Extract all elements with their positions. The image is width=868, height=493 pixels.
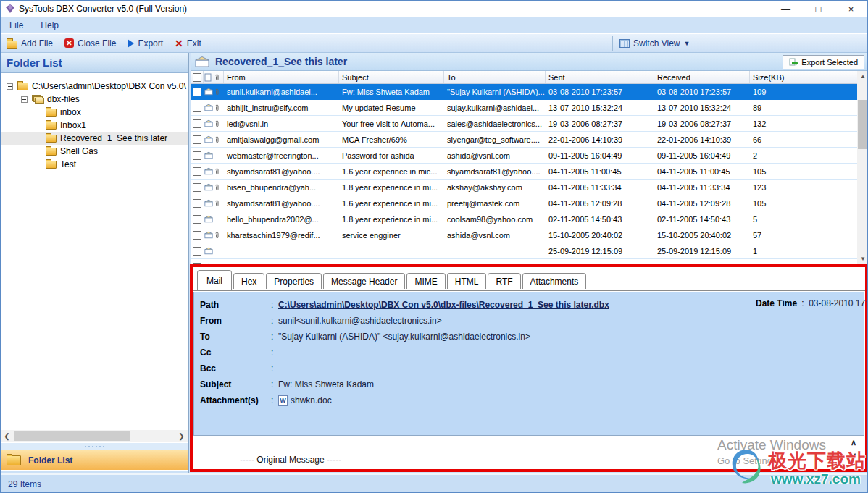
scrollbar-thumb[interactable]	[14, 431, 130, 441]
column-size[interactable]: Size(KB)	[750, 71, 857, 83]
cell-size	[750, 259, 857, 264]
export-button[interactable]: Export	[122, 36, 169, 51]
cell-received: 04-11-2005 12:09:28	[654, 195, 750, 211]
collapse-icon[interactable]	[21, 96, 28, 103]
tree-node-folder[interactable]: inbox	[1, 106, 188, 119]
tree-node-folder[interactable]: Inbox1	[1, 119, 188, 132]
scrollbar-thumb[interactable]	[858, 100, 868, 149]
row-checkbox[interactable]	[193, 119, 201, 128]
cell-to: sujay.kulkarni@ashidael...	[444, 100, 546, 115]
cell-received: 15-10-2005 20:40:02	[654, 227, 750, 243]
cell-subject	[339, 243, 444, 258]
close-button[interactable]: ×	[835, 1, 867, 17]
table-row[interactable]: shyamdsaraf81@yahoo.... 1.6 year experie…	[191, 195, 857, 211]
table-row[interactable]: ied@vsnl.in Your free visit to Automa...…	[191, 116, 857, 132]
table-row[interactable]: abhijit_instru@sify.com My updated Resum…	[191, 100, 857, 116]
table-row[interactable]: hello_bhupendra2002@... 1.8 year experie…	[191, 211, 857, 227]
table-row[interactable]: amitjaiswalgg@gmail.com MCA Fresher/69% …	[191, 132, 857, 148]
row-checkbox[interactable]	[193, 167, 201, 176]
menu-bar: File Help	[1, 17, 867, 33]
column-received[interactable]: Received	[654, 71, 750, 83]
row-checkbox[interactable]	[193, 215, 201, 224]
tree-node-folder[interactable]: Test	[1, 158, 188, 171]
switch-view-button[interactable]: Switch View ▼	[609, 36, 690, 51]
column-subject[interactable]: Subject	[339, 71, 444, 83]
attachment-column-icon[interactable]	[214, 71, 224, 83]
add-file-button[interactable]: Add File	[1, 36, 59, 51]
scroll-right-icon[interactable]: ❯	[175, 430, 188, 442]
table-row[interactable]: sunil.kulkarni@ashidael... Fw: Miss Shwe…	[191, 84, 857, 100]
table-row[interactable]: bisen_bhupendra@yah... 1.8 year experien…	[191, 180, 857, 195]
table-row[interactable]: kharatsachin1979@redif... service enggin…	[191, 227, 857, 243]
menu-help[interactable]: Help	[32, 18, 67, 33]
table-row[interactable]: webmaster@freerington... Password for as…	[191, 148, 857, 164]
maximize-button[interactable]: □	[802, 1, 835, 17]
cell-sent: 03-08-2010 17:23:57	[546, 84, 654, 99]
panel-splitter[interactable]	[1, 443, 188, 450]
tree-root[interactable]: C:\Users\admin\Desktop\DBX Con v5.0\	[1, 80, 188, 93]
scroll-down-icon[interactable]: ▼	[857, 253, 868, 264]
envelope-icon	[204, 116, 214, 131]
row-checkbox[interactable]	[193, 231, 201, 240]
folder-list-bar-button[interactable]: Folder List	[1, 450, 188, 470]
row-checkbox[interactable]	[193, 135, 201, 144]
path-link[interactable]: C:\Users\admin\Desktop\DBX Con v5.0\dbx-…	[278, 300, 609, 310]
preview-tab[interactable]: HTML	[447, 273, 487, 289]
switch-view-label: Switch View	[633, 38, 680, 49]
row-checkbox[interactable]	[193, 104, 201, 112]
scroll-down-icon[interactable]: ∨	[847, 449, 860, 462]
mail-list-panel: Recovered_1_See this later Export Select…	[191, 53, 868, 264]
horizontal-scrollbar[interactable]: ❮ ❯	[1, 430, 188, 442]
exit-button[interactable]: ✕ Exit	[169, 36, 207, 51]
export-icon	[128, 39, 134, 48]
column-sent[interactable]: Sent	[546, 71, 654, 83]
table-row[interactable]: shyamdsaraf81@yahoo.... 1.6 year experin…	[191, 164, 857, 180]
message-type-column-icon[interactable]	[204, 71, 214, 83]
minimize-button[interactable]: —	[769, 1, 802, 17]
preview-tab[interactable]: MIME	[406, 273, 445, 289]
body-scrollbar[interactable]: ∧ ∨	[847, 436, 860, 469]
open-envelope-icon	[195, 56, 209, 67]
tree-node-dbx-files[interactable]: dbx-files	[1, 93, 188, 106]
close-file-button[interactable]: ✕ Close File	[59, 36, 122, 51]
row-checkbox[interactable]	[193, 151, 201, 160]
scroll-up-icon[interactable]: ∧	[847, 436, 860, 449]
row-checkbox[interactable]	[193, 183, 201, 192]
envelope-icon	[204, 180, 214, 195]
scroll-left-icon[interactable]: ❮	[1, 430, 13, 442]
preview-tab[interactable]: Message Header	[323, 273, 405, 289]
row-checkbox[interactable]	[193, 88, 201, 96]
preview-tab[interactable]: Attachments	[522, 273, 587, 289]
select-all-checkbox[interactable]	[191, 71, 204, 83]
attachment-icon	[214, 164, 224, 179]
preview-tab[interactable]: RTF	[488, 273, 520, 289]
column-from[interactable]: From	[224, 71, 339, 83]
cell-from: shyamdsaraf81@yahoo....	[224, 164, 339, 179]
row-checkbox[interactable]	[193, 247, 201, 256]
tree-node-label: Shell Gas	[60, 146, 98, 156]
column-to[interactable]: To	[444, 71, 546, 83]
preview-tab[interactable]: Hex	[233, 273, 264, 289]
table-row[interactable]: 25-09-2019 12:15:09 25-09-2019 12:15:09 …	[191, 243, 857, 259]
table-row[interactable]	[191, 259, 857, 264]
app-window: { "window": { "title": "SysTools DBX Con…	[0, 0, 868, 493]
collapse-icon[interactable]	[7, 83, 13, 90]
tree-node-folder[interactable]: Recovered_1_See this later	[1, 132, 188, 145]
cell-subject: 1.8 year experience in mi...	[339, 211, 444, 227]
datetime-label: Date Time	[756, 298, 797, 308]
preview-tab[interactable]: Properties	[266, 273, 322, 289]
cell-subject: 1.6 year experience in mi...	[339, 195, 444, 211]
field-subject: Subject : Fw: Miss Shweta Kadam	[200, 376, 858, 392]
row-checkbox[interactable]	[193, 199, 201, 208]
export-selected-button[interactable]: Export Selected	[783, 55, 864, 69]
menu-file[interactable]: File	[1, 18, 32, 33]
scroll-up-icon[interactable]: ▲	[857, 71, 868, 82]
folder-icon	[46, 122, 57, 130]
tree-node-folder[interactable]: Shell Gas	[1, 145, 188, 158]
cell-from: kharatsachin1979@redif...	[224, 227, 339, 243]
cell-size: 66	[750, 132, 857, 147]
cell-from: bisen_bhupendra@yah...	[224, 180, 339, 195]
attachment-file-link[interactable]: shwkn.doc	[291, 395, 332, 405]
preview-tab[interactable]: Mail	[197, 270, 232, 290]
vertical-scrollbar[interactable]: ▲ ▼	[857, 71, 868, 264]
